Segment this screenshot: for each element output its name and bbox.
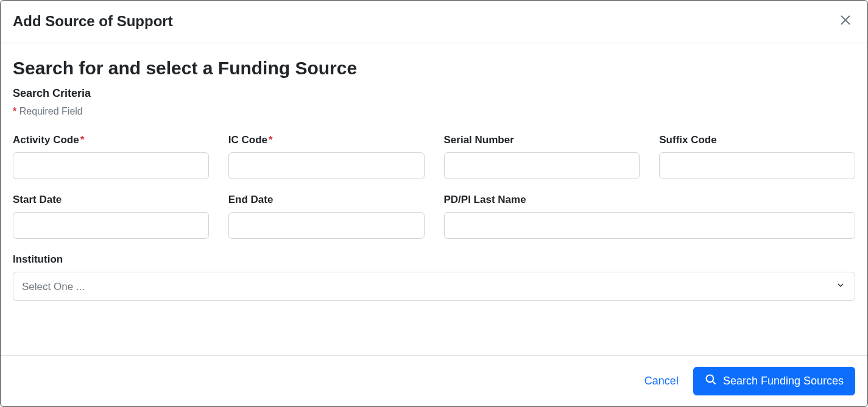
- modal-footer: Cancel Search Funding Sources: [1, 355, 867, 406]
- suffix-code-input[interactable]: [659, 152, 855, 179]
- cancel-button[interactable]: Cancel: [642, 370, 681, 392]
- form-row-1: Activity Code* IC Code* Serial Number Su…: [13, 134, 855, 179]
- serial-number-label: Serial Number: [444, 134, 640, 146]
- activity-code-label: Activity Code*: [13, 134, 209, 146]
- modal-body: Search for and select a Funding Source S…: [1, 43, 867, 355]
- pdpi-last-name-input[interactable]: [444, 212, 856, 239]
- ic-code-label: IC Code*: [228, 134, 425, 146]
- institution-select[interactable]: Select One ...: [13, 272, 855, 301]
- asterisk-icon: *: [13, 106, 16, 116]
- end-date-input[interactable]: [228, 212, 425, 239]
- ic-code-input[interactable]: [228, 152, 425, 179]
- search-button-label: Search Funding Sources: [723, 375, 844, 388]
- serial-number-input[interactable]: [444, 152, 640, 179]
- end-date-field: End Date: [228, 194, 425, 239]
- serial-number-field: Serial Number: [444, 134, 640, 179]
- section-heading: Search for and select a Funding Source: [13, 58, 855, 79]
- search-funding-sources-button[interactable]: Search Funding Sources: [693, 367, 855, 395]
- suffix-code-label: Suffix Code: [659, 134, 855, 146]
- modal-header: Add Source of Support: [1, 1, 867, 43]
- start-date-field: Start Date: [13, 194, 209, 239]
- start-date-input[interactable]: [13, 212, 209, 239]
- ic-code-label-text: IC Code: [228, 134, 267, 146]
- start-date-label: Start Date: [13, 194, 209, 206]
- suffix-code-field: Suffix Code: [659, 134, 855, 179]
- activity-code-field: Activity Code*: [13, 134, 209, 179]
- asterisk-icon: *: [269, 134, 273, 146]
- subsection-heading: Search Criteria: [13, 87, 855, 100]
- ic-code-field: IC Code*: [228, 134, 425, 179]
- modal-title: Add Source of Support: [13, 13, 173, 30]
- activity-code-label-text: Activity Code: [13, 134, 79, 146]
- required-field-text: Required Field: [19, 106, 83, 116]
- end-date-label: End Date: [228, 194, 425, 206]
- pdpi-last-name-field: PD/PI Last Name: [444, 194, 856, 239]
- close-icon: [838, 13, 853, 29]
- institution-select-wrapper: Select One ...: [13, 272, 855, 301]
- svg-point-2: [706, 375, 713, 383]
- search-icon: [705, 373, 717, 389]
- modal-dialog: Add Source of Support Search for and sel…: [0, 0, 868, 407]
- activity-code-input[interactable]: [13, 152, 209, 179]
- pdpi-last-name-label: PD/PI Last Name: [444, 194, 856, 206]
- institution-label: Institution: [13, 253, 855, 266]
- asterisk-icon: *: [80, 134, 85, 146]
- form-row-2: Start Date End Date PD/PI Last Name: [13, 194, 855, 239]
- institution-field: Institution Select One ...: [13, 253, 855, 301]
- close-button[interactable]: [836, 10, 855, 32]
- svg-line-3: [712, 381, 715, 384]
- required-field-note: * Required Field: [13, 106, 855, 117]
